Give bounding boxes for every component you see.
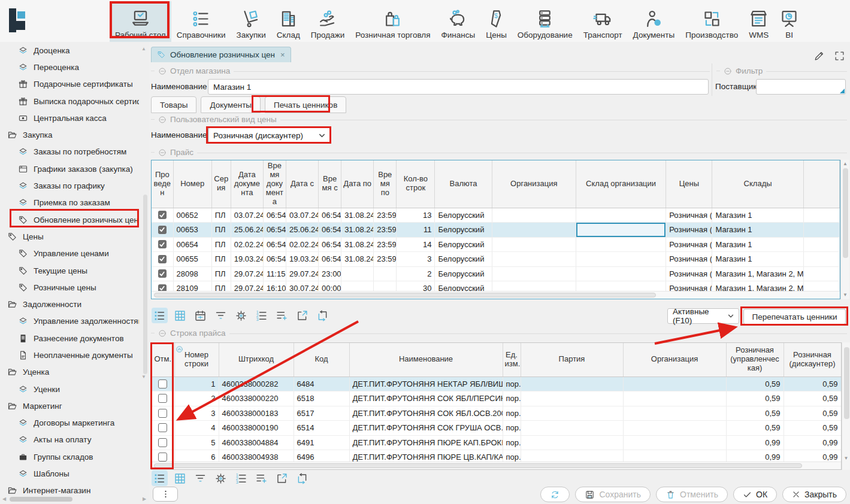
toolbar-loop-button[interactable] — [294, 470, 310, 486]
column-header[interactable]: Цены — [666, 160, 712, 208]
column-header[interactable]: Номер строки — [174, 343, 219, 377]
toolbar-item-finance[interactable]: Финансы — [436, 1, 481, 42]
toolbar-item-equipment[interactable]: Оборудование — [512, 1, 578, 42]
active-filter-select[interactable]: Активные (F10) — [667, 308, 739, 324]
column-header[interactable]: Штрихкод — [219, 343, 294, 377]
sidebar-item[interactable]: Управление задолженностям — [0, 313, 139, 330]
toolbar-item-prices[interactable]: $Цены — [480, 1, 512, 42]
sidebar-item[interactable]: Группы складов — [0, 448, 139, 465]
sidebar-item[interactable]: Управление ценами — [0, 245, 139, 262]
row-checkbox-checked[interactable] — [158, 226, 167, 234]
toolbar-list-button[interactable] — [152, 470, 168, 486]
save-button[interactable]: Сохранить — [575, 487, 651, 502]
price-row[interactable]: 00652ПЛ03.07.2406:5403.07.2406:5431.08.2… — [152, 208, 840, 223]
price-row[interactable]: 28098ПЛ29.07.2411:1529.07.2423:002Белору… — [152, 266, 840, 281]
collapse-icon[interactable] — [724, 67, 732, 75]
toolbar-numlist-button[interactable]: 123 — [233, 470, 249, 486]
toolbar-external-button[interactable] — [274, 470, 290, 486]
column-header[interactable]: Серия — [211, 160, 231, 208]
sidebar-item[interactable]: Заказы по графику — [0, 177, 139, 194]
price-row[interactable]: 00654ПЛ02.02.2406:5402.02.2406:5431.08.2… — [152, 237, 840, 252]
column-header[interactable]: Организация — [492, 160, 576, 208]
sidebar-horizontal-scrollbar[interactable]: ◀ ▶ — [0, 496, 149, 503]
toolbar-item-bi[interactable]: BI — [774, 1, 804, 42]
sidebar-item[interactable]: Цены — [0, 228, 139, 245]
toolbar-listplus-button[interactable] — [274, 308, 290, 323]
price-table-horizontal-scrollbar[interactable] — [152, 291, 840, 299]
toolbar-item-desktop[interactable]: Рабочий стол — [110, 1, 171, 42]
column-header[interactable]: Склад организации — [576, 160, 666, 208]
fullscreen-icon[interactable] — [833, 49, 846, 62]
sidebar-item[interactable]: Акты на оплату — [0, 432, 139, 448]
sidebar-item[interactable]: Уценка — [0, 364, 139, 381]
line-table-vertical-scrollbar[interactable]: ▼ — [842, 342, 850, 470]
sidebar-item[interactable]: Розничные цены — [0, 279, 139, 296]
toolbar-gear-button[interactable] — [233, 308, 249, 323]
price-row[interactable]: 00655ПЛ19.03.2406:5419.03.2406:5431.08.2… — [152, 252, 840, 267]
column-header[interactable]: Организация — [623, 343, 726, 377]
collapse-icon[interactable] — [158, 116, 167, 124]
collapse-icon[interactable] — [158, 329, 167, 338]
column-header[interactable]: Кол-во строк — [397, 160, 435, 208]
toolbar-filter-button[interactable] — [192, 470, 208, 486]
document-tab-close-icon[interactable]: × — [280, 50, 285, 59]
row-checkbox-unchecked[interactable] — [158, 409, 167, 418]
line-row[interactable]: 246003380002206518ДЕТ.ПИТ.ФРУТОНЯНЯ СОК … — [152, 391, 841, 406]
row-checkbox-unchecked[interactable] — [158, 453, 167, 462]
content-tab-1[interactable]: Документы — [201, 96, 261, 113]
sidebar-item[interactable]: Договоры маркетинга — [0, 415, 139, 432]
toolbar-item-purchases[interactable]: Закупки — [231, 1, 271, 42]
toolbar-calendar-button[interactable] — [192, 308, 208, 323]
row-checkbox-checked[interactable] — [158, 240, 167, 248]
sidebar-scroll-up-icon[interactable]: ▲ — [141, 47, 146, 51]
price-row[interactable]: 00653ПЛ25.06.2406:5425.06.2406:5431.08.2… — [152, 223, 840, 238]
line-row[interactable]: 546003380048846491ДЕТ.ПИТ.ФРУТОНЯНЯ ПЮРЕ… — [152, 435, 841, 450]
row-checkbox-unchecked[interactable] — [158, 379, 167, 388]
toolbar-item-production[interactable]: Производство — [680, 1, 743, 42]
sidebar-scroll-left-icon[interactable]: ◀ — [2, 497, 6, 502]
sidebar-item[interactable]: Закупка — [0, 126, 139, 143]
price-view-select[interactable]: Розничная (дискаунтер) — [208, 127, 331, 143]
cancel-button[interactable]: Отменить — [656, 487, 728, 502]
row-checkbox-unchecked[interactable] — [158, 438, 167, 447]
column-header[interactable]: Номер — [173, 160, 211, 208]
sidebar-item[interactable]: Задолженности — [0, 296, 139, 312]
sidebar-scroll-right-icon[interactable]: ▶ — [143, 497, 146, 502]
column-header[interactable]: Время по — [374, 160, 397, 208]
toolbar-item-warehouse[interactable]: Склад — [271, 1, 305, 42]
sidebar-item[interactable]: Шаблоны — [0, 465, 139, 482]
more-actions-button[interactable] — [153, 487, 178, 502]
sidebar-item[interactable]: Выписка подарочных сертиф — [0, 93, 139, 110]
sidebar-item[interactable]: Неоплаченные документы — [0, 347, 139, 363]
edit-icon[interactable] — [812, 49, 825, 62]
toolbar-grid-button[interactable] — [172, 470, 188, 486]
column-header[interactable]: Время документа — [263, 160, 286, 208]
line-row[interactable]: 346003380001836517ДЕТ.ПИТ.ФРУТОНЯНЯ СОК … — [152, 406, 841, 421]
toolbar-gear-button[interactable] — [213, 470, 229, 486]
store-name-input[interactable] — [208, 79, 709, 95]
sidebar-item[interactable]: Заказы по потребностям — [0, 144, 139, 160]
sort-ascending-icon[interactable] — [176, 345, 183, 353]
row-checkbox-unchecked[interactable] — [158, 423, 167, 432]
row-checkbox-checked[interactable] — [158, 269, 167, 278]
toolbar-list-button[interactable] — [152, 308, 168, 323]
sidebar-item[interactable]: Маркетинг — [0, 397, 139, 414]
column-header[interactable]: Время с — [319, 160, 341, 208]
document-tab[interactable]: Обновление розничных цен × — [151, 47, 291, 62]
content-tab-2[interactable]: Печать ценников — [265, 96, 346, 113]
toolbar-item-documents[interactable]: Документы — [628, 1, 680, 42]
supplier-input[interactable] — [756, 79, 846, 95]
column-header[interactable]: Отм. — [152, 343, 174, 377]
sidebar-vertical-scrollbar[interactable] — [143, 195, 147, 374]
sidebar-item[interactable]: Центральная касса — [0, 110, 139, 126]
toolbar-grid-button[interactable] — [172, 308, 188, 323]
collapse-icon[interactable] — [158, 148, 167, 157]
column-header[interactable]: Проведен — [152, 160, 173, 208]
sidebar-item[interactable]: Уценки — [0, 381, 139, 397]
sidebar-horizontal-thumb[interactable] — [10, 497, 72, 502]
sidebar-item[interactable]: Дооценка — [0, 42, 139, 59]
toolbar-listplus-button[interactable] — [253, 470, 270, 486]
toolbar-item-transport[interactable]: Транспорт — [578, 1, 628, 42]
toolbar-loop-button[interactable] — [314, 308, 331, 323]
toolbar-numlist-button[interactable]: 123 — [253, 308, 270, 323]
